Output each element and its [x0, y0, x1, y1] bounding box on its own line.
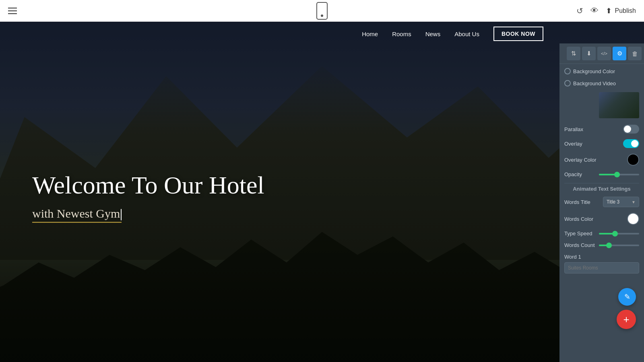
panel-delete-button[interactable]: 🗑 [628, 47, 642, 60]
type-speed-slider[interactable] [599, 233, 639, 234]
menu-icon[interactable] [8, 8, 17, 14]
publish-label: Publish [615, 7, 636, 14]
opacity-thumb[interactable] [614, 172, 620, 177]
words-count-row: Words Count [564, 242, 639, 248]
word1-input[interactable] [564, 262, 639, 274]
canvas-area: Home Rooms News About Us BOOK NOW Welcom… [0, 22, 644, 362]
publish-button[interactable]: ⬆ Publish [606, 6, 636, 15]
hero-subtitle: with Newest Gym [32, 207, 122, 223]
nav-home[interactable]: Home [362, 31, 378, 37]
bg-video-option[interactable]: Background Video [564, 80, 616, 86]
words-color-swatch[interactable] [627, 213, 639, 225]
top-toolbar: ↺ 👁 ⬆ Publish [0, 0, 644, 22]
opacity-row: Opacity [564, 171, 639, 177]
hero-subtitle-prefix: with [32, 207, 57, 220]
bg-thumbnail[interactable] [599, 92, 639, 118]
opacity-slider[interactable] [599, 174, 639, 175]
bg-video-radio[interactable] [564, 80, 571, 86]
parallax-row: Parallax [564, 125, 639, 134]
toolbar-center [316, 2, 328, 20]
animated-text-label: Animated Text Settings [573, 186, 631, 192]
words-color-row: Words Color [564, 213, 639, 225]
overlay-color-swatch[interactable] [627, 154, 639, 166]
nav-news[interactable]: News [425, 31, 441, 37]
book-now-button[interactable]: BOOK NOW [493, 27, 543, 41]
background-color-row: Background Color [564, 68, 639, 74]
toolbar-left [8, 8, 17, 14]
words-title-row: Words Title Title 3 ▼ [564, 197, 639, 207]
type-speed-track [599, 233, 639, 234]
overlay-label: Overlay [564, 141, 582, 147]
bg-video-label: Background Video [573, 80, 616, 86]
bg-color-option[interactable]: Background Color [564, 68, 615, 74]
words-title-value: Title 3 [607, 199, 619, 205]
background-video-row: Background Video [564, 80, 639, 86]
bg-thumbnail-row [564, 92, 639, 118]
overlay-toggle[interactable] [623, 139, 639, 148]
hero-title: Welcome To Our Hotel [32, 171, 264, 199]
text-cursor [121, 209, 122, 220]
type-speed-thumb[interactable] [612, 231, 618, 237]
dropdown-arrow-icon: ▼ [632, 200, 636, 204]
overlay-thumb [631, 140, 638, 147]
toolbar-right: ↺ 👁 ⬆ Publish [576, 6, 636, 16]
fab-add-button[interactable]: + [617, 310, 636, 329]
parallax-toggle[interactable] [623, 125, 639, 134]
panel-sort-button[interactable]: ⇅ [567, 47, 580, 60]
undo-icon[interactable]: ↺ [576, 6, 583, 16]
plus-icon: + [623, 313, 629, 326]
upload-icon: ⬆ [606, 6, 612, 15]
opacity-label: Opacity [564, 171, 582, 177]
words-count-slider[interactable] [599, 245, 639, 246]
panel-download-button[interactable]: ⬇ [582, 47, 596, 60]
opacity-track [599, 174, 639, 175]
type-speed-label: Type Speed [564, 230, 592, 237]
mobile-preview-icon[interactable] [316, 2, 328, 20]
nav-about[interactable]: About Us [454, 31, 479, 37]
word1-section: Word 1 [564, 254, 639, 274]
animated-text-divider: Animated Text Settings [564, 183, 639, 192]
words-count-thumb[interactable] [606, 243, 612, 248]
bg-color-label: Background Color [573, 68, 615, 74]
hero-section: Home Rooms News About Us BOOK NOW Welcom… [0, 22, 644, 362]
type-speed-row: Type Speed [564, 230, 639, 237]
overlay-color-row: Overlay Color [564, 154, 639, 166]
words-color-label: Words Color [564, 216, 593, 222]
hero-content: Welcome To Our Hotel with Newest Gym [32, 171, 264, 223]
hero-animated-word: Newest Gym [57, 207, 120, 220]
hero-navigation: Home Rooms News About Us BOOK NOW [0, 22, 559, 46]
words-count-track [599, 245, 639, 246]
words-count-label: Words Count [564, 242, 595, 248]
words-title-label: Words Title [564, 199, 590, 205]
panel-toolbar: ⇅ ⬇ </> ⚙ 🗑 [559, 43, 644, 64]
overlay-row: Overlay [564, 139, 639, 148]
panel-code-button[interactable]: </> [597, 47, 611, 60]
bg-color-radio[interactable] [564, 68, 571, 74]
panel-settings-button[interactable]: ⚙ [613, 47, 626, 60]
nav-rooms[interactable]: Rooms [392, 31, 411, 37]
parallax-thumb [624, 125, 631, 133]
overlay-color-label: Overlay Color [564, 157, 596, 163]
preview-eye-icon[interactable]: 👁 [590, 6, 599, 15]
words-title-dropdown[interactable]: Title 3 ▼ [603, 197, 639, 207]
word1-label: Word 1 [564, 254, 639, 260]
fab-pencil-button[interactable]: ✎ [618, 288, 636, 306]
pencil-icon: ✎ [624, 292, 630, 301]
parallax-label: Parallax [564, 126, 583, 132]
